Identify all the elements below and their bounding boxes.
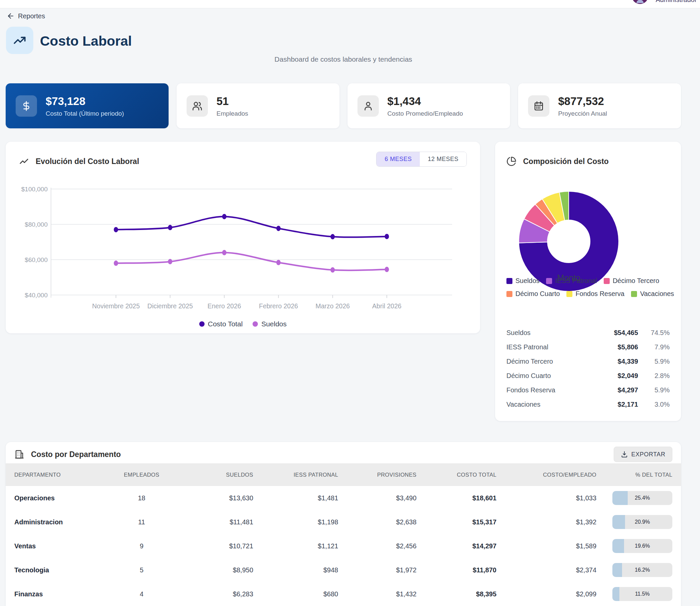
composition-label: Vacaciones [506, 401, 595, 408]
table-row-finanzas: Finanzas4$6,283$680$1,432$8,395$2,09911.… [6, 582, 681, 606]
export-button[interactable]: EXPORTAR [614, 447, 672, 462]
evolution-chart-legend: Costo TotalSueldos [6, 320, 480, 328]
composition-amount: $2,049 [595, 372, 638, 380]
legend-item-costo-total[interactable]: Costo Total [199, 320, 243, 328]
composition-percent: 3.0% [638, 401, 670, 408]
legend-dot [199, 321, 204, 327]
page-title-icon-chip [6, 27, 33, 54]
cell-empleados: 9 [113, 542, 170, 550]
cell-iess-patronal: $948 [253, 566, 338, 574]
cell-sueldos: $10,721 [170, 542, 253, 550]
pct-progress-text: 19.6% [612, 539, 672, 553]
composition-legend: SueldosIESS PatronalDécimo TerceroDécimo… [506, 277, 675, 298]
pct-progress-pill: 25.4% [612, 491, 672, 505]
cell-sueldos: $8,950 [170, 566, 253, 574]
composition-legend-item-vacaciones[interactable]: Vacaciones [631, 290, 674, 298]
cell-sueldos: $6,283 [170, 590, 253, 598]
cell-empleados: 5 [113, 566, 170, 574]
users-icon [187, 95, 208, 117]
user-icon [358, 95, 379, 117]
column-header-sueldos: SUELDOS [170, 472, 253, 478]
composition-label: Fondos Reserva [506, 386, 595, 394]
evolution-title-text: Evolución del Costo Laboral [35, 157, 139, 166]
composition-row-vacaciones: Vacaciones$2,1713.0% [506, 397, 670, 412]
svg-text:$60,000: $60,000 [25, 256, 48, 263]
composition-label: Décimo Cuarto [506, 372, 595, 380]
back-label: Reportes [18, 12, 45, 20]
stat-value: $73,128 [46, 94, 124, 108]
composition-legend-item-iess-patronal[interactable]: IESS Patronal [546, 277, 597, 285]
cell-provisiones: $1,432 [338, 590, 416, 598]
cell-costo-empleado: $1,589 [497, 542, 596, 550]
composition-legend-item-décimo-cuarto[interactable]: Décimo Cuarto [506, 290, 560, 298]
table-body: Operaciones18$13,630$1,481$3,490$18,601$… [6, 486, 681, 606]
cell-pct-del-total: 20.9% [596, 515, 672, 529]
composition-row-sueldos: Sueldos$54,46574.5% [506, 326, 670, 340]
legend-swatch [546, 278, 552, 284]
composition-legend-item-sueldos[interactable]: Sueldos [506, 277, 539, 285]
cell-iess-patronal: $1,198 [253, 518, 338, 526]
cell-costo-empleado: $2,374 [497, 566, 596, 574]
composition-title-text: Composición del Costo [523, 157, 609, 166]
stats-row: $73,128Costo Total (Último periodo)51Emp… [6, 83, 681, 128]
legend-label: Fondos Reserva [575, 290, 624, 298]
avatar[interactable] [632, 0, 648, 4]
legend-label: Sueldos [515, 277, 539, 285]
department-table-title-text: Costo por Departamento [31, 450, 121, 459]
arrow-left-icon [7, 12, 15, 20]
range-button-6-meses[interactable]: 6 MESES [377, 152, 420, 166]
svg-text:Marzo 2026: Marzo 2026 [315, 302, 350, 310]
cell-provisiones: $2,638 [338, 518, 416, 526]
composition-row-décimo-tercero: Décimo Tercero$4,3395.9% [506, 354, 670, 369]
department-table-title: Costo por Departamento [14, 449, 121, 459]
stat-label: Empleados [217, 110, 248, 117]
cell-provisiones: $1,972 [338, 566, 416, 574]
stat-value: $877,532 [558, 94, 607, 108]
cell-iess-patronal: $680 [253, 590, 338, 598]
table-header-row: DEPARTAMENTOEMPLEADOSSUELDOSIESS PATRONA… [6, 463, 681, 486]
cell-provisiones: $3,490 [338, 494, 416, 502]
svg-text:Febrero 2026: Febrero 2026 [259, 302, 298, 310]
cell-sueldos: $11,481 [170, 518, 253, 526]
stat-value: $1,434 [387, 94, 463, 108]
column-header-provisiones: PROVISIONES [338, 472, 416, 478]
stat-text-3: $877,532Proyección Anual [558, 94, 607, 117]
stat-text-1: 51Empleados [217, 94, 248, 117]
dollar-icon [16, 95, 37, 117]
page-subtitle: Dashboard de costos laborales y tendenci… [0, 55, 687, 63]
cell-costo-total: $14,297 [416, 542, 497, 550]
trending-up-icon [13, 33, 27, 47]
page-title: Costo Laboral [40, 33, 132, 49]
cell-pct-del-total: 19.6% [596, 539, 672, 553]
composition-legend-item-décimo-tercero[interactable]: Décimo Tercero [604, 277, 659, 285]
cell-pct-del-total: 16.2% [596, 563, 672, 577]
composition-amount: $4,339 [595, 358, 638, 365]
cell-departamento: Tecnologia [14, 566, 113, 574]
legend-swatch [506, 291, 512, 297]
stat-card-2: $1,434Costo Promedio/Empleado [347, 83, 510, 128]
calendar-icon [528, 95, 549, 117]
user-role-label: Administrador [656, 0, 697, 4]
composition-amount: $4,297 [595, 386, 638, 394]
composition-percent: 7.9% [638, 343, 670, 351]
back-link[interactable]: Reportes [7, 12, 45, 20]
legend-swatch [506, 278, 512, 284]
stat-label: Proyección Anual [558, 110, 607, 117]
legend-item-sueldos[interactable]: Sueldos [252, 320, 287, 328]
top-bar: Administrador [0, 0, 700, 8]
cell-costo-total: $18,601 [416, 494, 497, 502]
range-button-12-meses[interactable]: 12 MESES [420, 152, 466, 166]
composition-label: Décimo Tercero [506, 358, 595, 365]
legend-label: Vacaciones [640, 290, 674, 298]
cell-costo-total: $11,870 [416, 566, 497, 574]
stat-card-0: $73,128Costo Total (Último periodo) [6, 83, 169, 128]
composition-legend-item-fondos-reserva[interactable]: Fondos Reserva [566, 290, 624, 298]
composition-percent: 74.5% [638, 329, 670, 337]
evolution-chart-title: Evolución del Costo Laboral [19, 156, 139, 166]
composition-amount: $2,171 [595, 401, 638, 408]
pct-progress-text: 20.9% [612, 515, 672, 529]
legend-label: Décimo Cuarto [515, 290, 560, 298]
stat-card-1: 51Empleados [176, 83, 339, 128]
composition-row-fondos-reserva: Fondos Reserva$4,2975.9% [506, 383, 670, 397]
range-toggle: 6 MESES 12 MESES [376, 152, 467, 167]
